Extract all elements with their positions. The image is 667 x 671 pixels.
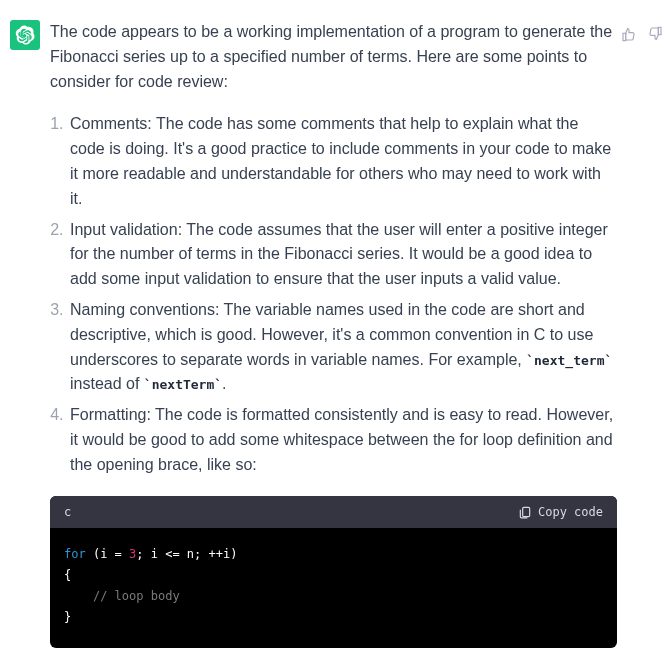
- list-item: Formatting: The code is formatted consis…: [68, 403, 617, 477]
- assistant-message: The code appears to be a working impleme…: [0, 0, 667, 671]
- clipboard-icon: [518, 505, 532, 519]
- thumbs-down-button[interactable]: [647, 26, 663, 42]
- inline-code: `next_term`: [526, 353, 612, 368]
- code-language-label: c: [64, 503, 71, 522]
- code-block: c Copy code for (i = 3; i <= n; ++i) { /…: [50, 496, 617, 649]
- copy-code-button[interactable]: Copy code: [518, 505, 603, 519]
- point-text: Formatting: The code is formatted consis…: [70, 406, 613, 473]
- point-text: Naming conventions: The variable names u…: [70, 301, 612, 392]
- thumbs-up-button[interactable]: [621, 26, 637, 42]
- message-content: The code appears to be a working impleme…: [50, 20, 667, 671]
- code-header: c Copy code: [50, 496, 617, 529]
- list-item: Input validation: The code assumes that …: [68, 218, 617, 292]
- thumbs-down-icon: [647, 26, 663, 42]
- code-body: for (i = 3; i <= n; ++i) { // loop body …: [50, 528, 617, 648]
- inline-code: `nextTerm`: [144, 377, 222, 392]
- feedback-controls: [621, 26, 663, 42]
- intro-text: The code appears to be a working impleme…: [50, 20, 617, 94]
- list-item: Naming conventions: The variable names u…: [68, 298, 617, 397]
- thumbs-up-icon: [621, 26, 637, 42]
- point-text: Comments: The code has some comments tha…: [70, 115, 611, 206]
- point-text: Input validation: The code assumes that …: [70, 221, 608, 288]
- list-item: Comments: The code has some comments tha…: [68, 112, 617, 211]
- svg-rect-0: [523, 507, 530, 516]
- chatgpt-logo-icon: [15, 25, 35, 45]
- review-points-list: Comments: The code has some comments tha…: [50, 112, 617, 477]
- assistant-avatar: [10, 20, 40, 50]
- copy-code-label: Copy code: [538, 505, 603, 519]
